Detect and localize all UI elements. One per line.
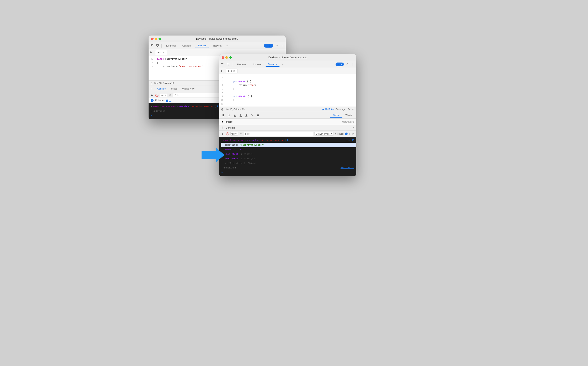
- code-line-11-front: }: [227, 102, 356, 106]
- issues-icon-back: ℹ: [266, 44, 268, 47]
- status-bar-front: {} Line 13, Column 13 ▶ ⌘+Enter Coverage…: [219, 107, 356, 112]
- code-line-4-front: [227, 76, 356, 80]
- threads-scope-area: ▼ Threads Not paused: [219, 119, 356, 125]
- maximize-button-back[interactable]: [159, 38, 161, 40]
- toolbar-right-front: ℹ 4 ⚙ ⋮: [336, 62, 355, 66]
- line-numbers-front: 4 5 6 7 8 9 10 11: [219, 75, 227, 106]
- file-tab-close-front[interactable]: ✕: [233, 69, 235, 72]
- tab-elements-front[interactable]: Elements: [234, 62, 249, 67]
- debug-toolbar-front: ⏸ ✎ ⏹ Scope Watch: [219, 112, 356, 119]
- minimize-button-back[interactable]: [155, 38, 157, 40]
- file-tab-close-back[interactable]: ✕: [162, 51, 165, 54]
- issues-icon-bar-front: ℹ: [345, 132, 348, 135]
- settings-icon-front[interactable]: ⚙: [345, 62, 349, 66]
- sidebar-toggle-front[interactable]: ▶: [221, 69, 224, 73]
- tab-elements-back[interactable]: Elements: [164, 44, 178, 48]
- more-icon-back[interactable]: ⋮: [280, 44, 284, 48]
- svg-rect-0: [151, 45, 152, 46]
- sub-tab-whatsnew-back[interactable]: What's New: [180, 87, 197, 91]
- console-toolbar-front: ▶ 🚫 top ▼ 👁 Default levels ▼ 4 Issues: ℹ…: [219, 131, 356, 137]
- console-menu-front[interactable]: ⋮: [221, 126, 224, 130]
- window-title-front: DevTools - chrome://new-tab-page/: [268, 56, 307, 59]
- sub-tab-console-back[interactable]: Console: [155, 87, 168, 91]
- deactivate-btn[interactable]: ✎: [250, 113, 254, 118]
- toolbar-right-back: ℹ 21 ⚙ ⋮: [264, 44, 284, 48]
- step-out-btn[interactable]: [238, 113, 243, 118]
- step-into-btn[interactable]: [232, 113, 237, 118]
- console-prompt-front[interactable]: >: [221, 170, 354, 175]
- eye-icon-front[interactable]: 👁: [239, 132, 243, 135]
- eye-icon-back[interactable]: 👁: [168, 93, 172, 97]
- console-row-hpg-front[interactable]: ▼ HasPrivateGetter { someValue : 'HasPri…: [221, 138, 354, 143]
- line-numbers-back: 1 2 3: [149, 56, 156, 80]
- svg-rect-3: [156, 45, 159, 46]
- close-button-front[interactable]: [222, 56, 224, 59]
- code-line-10-front: }: [227, 98, 356, 102]
- debug-tabs-front: Scope Watch: [330, 113, 355, 118]
- run-icon-back[interactable]: ▶: [150, 93, 154, 97]
- inspect-icon-front[interactable]: [221, 62, 225, 66]
- console-row-undefined-front: ← undefined VM52 test:1: [221, 166, 354, 170]
- watch-tab[interactable]: Watch: [342, 113, 355, 118]
- stop-btn[interactable]: ⏹: [256, 113, 260, 118]
- console-row-set-test[interactable]: ▶ set #test : f #test(n): [221, 156, 354, 161]
- svg-rect-10: [227, 63, 229, 65]
- pause-btn[interactable]: ⏸: [221, 113, 225, 118]
- traffic-lights-front: [222, 56, 232, 59]
- tab-more-back[interactable]: »: [226, 44, 229, 48]
- console-row-get-test[interactable]: ▶ get #test : f #test(): [221, 152, 354, 156]
- maximize-button-front[interactable]: [229, 56, 232, 59]
- coverage-toggle-front[interactable]: ▼: [351, 108, 354, 111]
- title-bar-front: DevTools - chrome://new-tab-page/: [219, 54, 356, 61]
- file-tab-test-back[interactable]: test ✕: [155, 50, 167, 55]
- file-tab-test-front[interactable]: test ✕: [226, 69, 237, 73]
- tab-sources-back[interactable]: Sources: [195, 43, 209, 48]
- console-menu-back[interactable]: ⋮: [150, 87, 153, 91]
- not-paused-area: Not paused: [287, 119, 356, 125]
- settings-icon-back[interactable]: ⚙: [275, 44, 279, 48]
- top-dropdown-back[interactable]: top ▼: [160, 93, 167, 97]
- close-button-back[interactable]: [151, 38, 153, 40]
- more-icon-front[interactable]: ⋮: [351, 62, 355, 66]
- badge-back[interactable]: ℹ 21: [264, 44, 273, 48]
- tab-more-front[interactable]: »: [281, 62, 284, 67]
- code-area-front: 4 5 6 7 8 9 10 11 get #test() { return '…: [219, 74, 356, 107]
- toolbar-divider-1: [161, 44, 162, 48]
- top-dropdown-front[interactable]: top ▼: [230, 132, 238, 136]
- expand-arrow-back: ▶: [151, 105, 152, 108]
- filter-input-front[interactable]: [244, 132, 313, 136]
- block-icon-front[interactable]: 🚫: [226, 132, 229, 135]
- tab-sources-front[interactable]: Sources: [266, 62, 279, 67]
- run-icon-front[interactable]: ▶: [221, 132, 225, 136]
- tab-console-back[interactable]: Console: [180, 44, 193, 48]
- device-icon[interactable]: [156, 44, 159, 48]
- title-bar-back: DevTools - drafts.csswg.org/css-color/: [149, 36, 286, 42]
- tab-network-back[interactable]: Network: [211, 44, 224, 48]
- code-line-7-front: }: [227, 87, 356, 91]
- console-close-front[interactable]: ✕: [352, 126, 354, 129]
- inspect-icon[interactable]: [150, 44, 154, 48]
- devtools-toolbar-front: Elements Console Sources » ℹ 4 ⚙ ⋮: [219, 61, 356, 68]
- sidebar-toggle-back[interactable]: ▶: [150, 51, 153, 54]
- console-row-prototype[interactable]: ▶ [[Prototype]]: Object: [221, 161, 354, 166]
- vm-location-front[interactable]: VM52 test:1: [341, 166, 354, 170]
- svg-marker-6: [202, 148, 224, 162]
- settings-console-icon-front[interactable]: ⚙: [351, 132, 355, 136]
- default-levels-btn-front[interactable]: Default levels ▼: [314, 132, 334, 136]
- code-line-5-front: get #test() {: [227, 80, 356, 83]
- toolbar-divider-front: [232, 62, 232, 66]
- step-btn[interactable]: [244, 113, 249, 118]
- tab-console-front[interactable]: Console: [251, 62, 264, 67]
- code-line-8-front: [227, 91, 356, 94]
- minimize-button-front[interactable]: [225, 56, 228, 59]
- device-icon-front[interactable]: [226, 62, 230, 66]
- step-over-btn[interactable]: [227, 113, 231, 118]
- sub-tab-issues-back[interactable]: Issues: [168, 87, 180, 91]
- class-name-back: HasPrivateGetter: [153, 105, 175, 108]
- console-location-front[interactable]: test:13: [345, 138, 354, 142]
- scope-tab[interactable]: Scope: [330, 113, 342, 118]
- threads-panel: ▼ Threads: [219, 119, 287, 125]
- issues-icon-front: ℹ: [337, 63, 340, 66]
- badge-front[interactable]: ℹ 4: [336, 62, 344, 66]
- block-icon-back[interactable]: 🚫: [155, 93, 159, 97]
